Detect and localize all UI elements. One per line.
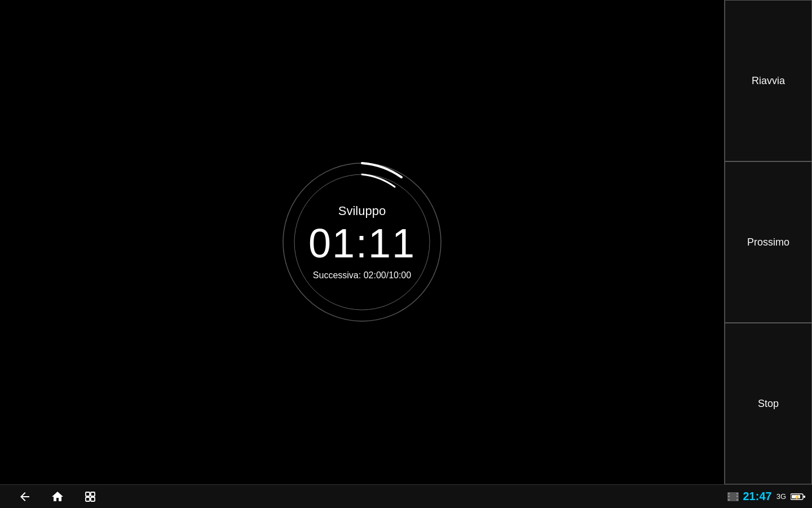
recents-button[interactable] [82, 489, 98, 505]
svg-rect-4 [86, 497, 90, 501]
stop-button[interactable]: Stop [725, 323, 812, 484]
clock-label: Sviluppo [308, 204, 416, 218]
svg-rect-9 [728, 499, 730, 501]
prossimo-button[interactable]: Prossimo [725, 161, 812, 323]
status-bar: 21:47 3G ⚡ [727, 490, 813, 503]
clock-container: Sviluppo 01:11 Successiva: 02:00/10:00 [277, 157, 447, 327]
main-content: Sviluppo 01:11 Successiva: 02:00/10:00 [0, 0, 724, 484]
svg-text:⚡: ⚡ [794, 494, 801, 501]
back-button[interactable] [17, 489, 33, 505]
battery-icon: ⚡ [791, 493, 805, 501]
nav-icons [0, 489, 727, 505]
clock-display: Sviluppo 01:11 Successiva: 02:00/10:00 [308, 204, 416, 281]
svg-rect-2 [86, 492, 90, 496]
signal-indicator: 3G [776, 492, 786, 501]
svg-rect-12 [736, 499, 738, 501]
svg-rect-7 [728, 493, 730, 494]
svg-rect-5 [91, 497, 95, 501]
clock-time: 01:11 [308, 223, 416, 264]
svg-rect-10 [736, 493, 738, 494]
home-icon [51, 490, 64, 503]
svg-rect-8 [728, 496, 730, 497]
back-icon [18, 490, 32, 503]
clock-next: Successiva: 02:00/10:00 [308, 270, 416, 281]
home-button[interactable] [50, 489, 65, 505]
bottom-bar: 21:47 3G ⚡ [0, 484, 812, 508]
svg-rect-11 [736, 496, 738, 497]
status-time: 21:47 [743, 490, 772, 503]
media-icon [727, 492, 739, 501]
sidebar: Riavvia Prossimo Stop [724, 0, 812, 484]
svg-rect-3 [91, 492, 95, 496]
svg-rect-15 [804, 496, 805, 498]
riavvia-button[interactable]: Riavvia [725, 0, 812, 161]
recents-icon [83, 490, 97, 503]
